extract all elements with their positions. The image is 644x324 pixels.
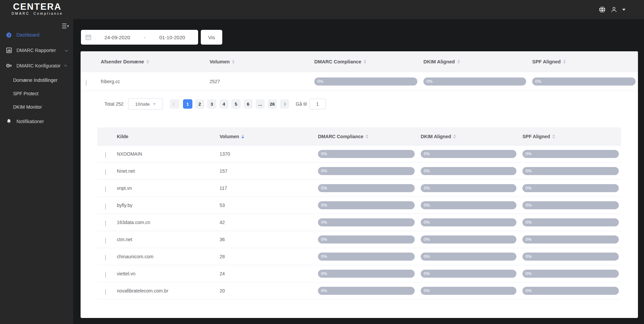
bar-value-label: 0% — [424, 271, 430, 276]
bar-value-label: 0% — [525, 254, 532, 259]
source-table-row[interactable]: NXDOMAIN 1370 0% 0% 0% — [97, 146, 621, 163]
sidebar-item-label: Notifikationer — [16, 119, 44, 124]
column-label: DKIM Aligned — [423, 59, 455, 64]
domain-name: friberg.cc — [101, 79, 120, 84]
prev-page-button[interactable] — [170, 99, 179, 109]
dmarc-compliance-bar: 0% — [318, 287, 415, 295]
volume-cell: 117 — [220, 185, 318, 191]
page-button[interactable]: 26 — [268, 99, 277, 109]
page-button[interactable]: 3 — [207, 99, 217, 109]
page-button[interactable]: 5 — [231, 99, 241, 109]
bar-value-label: 0% — [424, 288, 430, 293]
user-account-icon[interactable] — [611, 6, 617, 13]
column-header-afsender-domaene[interactable]: Afsender Domæne — [81, 59, 210, 64]
dkim-aligned-cell: 0% — [421, 184, 522, 192]
date-range-picker[interactable]: 24-09-2020 - 01-10-2020 — [81, 30, 198, 45]
expand-chevron-icon[interactable] — [105, 238, 106, 243]
next-page-button[interactable] — [280, 99, 289, 109]
spf-aligned-bar: 0% — [522, 270, 619, 278]
expand-chevron-icon[interactable] — [105, 169, 106, 175]
domain-table-row[interactable]: friberg.cc 2527 0% 0% 0% — [81, 72, 638, 91]
column-label: DMARC Compliance — [314, 59, 361, 64]
bar-value-label: 0% — [525, 220, 532, 225]
source-table-row[interactable]: vnpt.vn 117 0% 0% 0% — [97, 180, 621, 197]
vis-button[interactable]: Vis — [201, 30, 222, 45]
source-table-row[interactable]: 163data.com.cn 42 0% 0% 0% — [97, 214, 621, 231]
sort-carets-icon[interactable] — [366, 134, 368, 139]
expand-chevron-icon[interactable] — [105, 255, 106, 260]
column-header-dmarc-compliance[interactable]: DMARC Compliance — [318, 134, 421, 139]
sidebar-item-dmarc-konfigurator[interactable]: ⚙⚙ DMARC Konfigurator — [0, 58, 73, 73]
source-table-row[interactable]: novafibratelecom.com.br 20 0% 0% 0% — [97, 282, 621, 300]
sidebar-item-dmarc-rapporter[interactable]: DMARC Rapporter — [0, 43, 73, 58]
dkim-aligned-cell: 0% — [421, 235, 522, 244]
column-header-volumen[interactable]: Volumen — [220, 134, 318, 139]
spf-aligned-cell: 0% — [522, 184, 621, 192]
sidebar-subitem-dkim-monitor[interactable]: DKIM Monitor — [0, 100, 73, 114]
source-table-row[interactable]: chinaunicom.com 28 0% 0% 0% — [97, 248, 621, 265]
dkim-aligned-bar: 0% — [421, 184, 516, 192]
spf-aligned-bar: 0% — [522, 150, 619, 158]
expand-chevron-icon[interactable] — [105, 221, 106, 226]
page-button[interactable]: 2 — [195, 99, 204, 109]
sidebar-item-notifikationer[interactable]: Notifikationer — [0, 114, 73, 129]
sort-carets-icon[interactable] — [146, 60, 149, 64]
column-header-dmarc-compliance[interactable]: DMARC Compliance — [314, 59, 423, 64]
dmarc-compliance-cell: 0% — [318, 167, 421, 175]
language-globe-icon[interactable] — [599, 6, 606, 13]
sort-carets-icon[interactable] — [563, 60, 566, 64]
spf-aligned-bar: 0% — [522, 253, 619, 261]
column-header-spf-aligned[interactable]: SPF Aligned — [522, 134, 621, 139]
date-end-value[interactable]: 01-10-2020 — [146, 35, 198, 40]
bar-value-label: 0% — [321, 271, 327, 276]
page-button[interactable]: ... — [256, 99, 265, 109]
bar-value-label: 0% — [525, 203, 532, 208]
sidebar-item-label: DMARC Rapporter — [16, 48, 56, 53]
column-label: Volumen — [220, 134, 239, 139]
expand-chevron-icon[interactable] — [105, 289, 106, 294]
sort-carets-icon[interactable] — [552, 134, 555, 139]
expand-chevron-icon[interactable] — [86, 80, 86, 85]
source-name: novafibratelecom.com.br — [117, 288, 168, 293]
sidebar-item-dashboard[interactable]: Dashboard — [0, 27, 73, 43]
page-size-select[interactable]: 10/side — [128, 98, 163, 110]
page-button[interactable]: 1 — [183, 99, 192, 109]
sidebar-subitem-label: DKIM Monitor — [13, 104, 42, 110]
expand-chevron-icon[interactable] — [105, 152, 106, 158]
source-table-row[interactable]: ctm.net 36 0% 0% 0% — [97, 231, 621, 248]
expand-chevron-icon[interactable] — [105, 272, 106, 277]
sort-carets-icon[interactable] — [453, 134, 456, 139]
source-table-row[interactable]: viettel.vn 24 0% 0% 0% — [97, 265, 621, 282]
expand-chevron-icon[interactable] — [105, 186, 106, 192]
chevron-right-icon — [283, 102, 286, 106]
dkim-aligned-bar: 0% — [421, 235, 516, 244]
source-table-row[interactable]: byfly.by 53 0% 0% 0% — [97, 197, 621, 214]
column-header-dkim-aligned[interactable]: DKIM Aligned — [423, 59, 532, 64]
dkim-aligned-bar: 0% — [423, 77, 526, 86]
topbar-actions — [599, 0, 626, 19]
goto-page-input[interactable] — [310, 99, 326, 109]
bar-value-label: 0% — [424, 203, 430, 208]
sort-carets-icon[interactable] — [364, 60, 366, 64]
page-button[interactable]: 6 — [243, 99, 253, 109]
sort-carets-icon-active-desc[interactable] — [241, 134, 244, 139]
column-header-volumen[interactable]: Volumen — [210, 59, 314, 64]
sort-carets-icon[interactable] — [457, 60, 460, 64]
spf-aligned-cell: 0% — [522, 287, 621, 295]
bar-value-label: 0% — [321, 254, 327, 259]
source-table-row[interactable]: hinet.net 157 0% 0% 0% — [97, 163, 621, 180]
sources-table: Kilde Volumen DMARC Compliance DKIM Alig… — [97, 127, 621, 300]
date-start-value[interactable]: 24-09-2020 — [91, 35, 143, 40]
sidebar-subitem-spf-protect[interactable]: SPF Protect — [0, 87, 73, 100]
column-header-spf-aligned[interactable]: SPF Aligned — [532, 59, 638, 64]
dmarc-compliance-bar: 0% — [318, 218, 415, 226]
dkim-aligned-cell: 0% — [421, 253, 522, 261]
dmarc-compliance-cell: 0% — [318, 235, 421, 244]
sort-carets-icon[interactable] — [232, 60, 235, 64]
column-header-dkim-aligned[interactable]: DKIM Aligned — [421, 134, 522, 139]
expand-chevron-icon[interactable] — [105, 204, 106, 209]
user-menu-caret-icon[interactable] — [622, 9, 626, 11]
page-button[interactable]: 4 — [219, 99, 229, 109]
sidebar-subitem-domaene-indstillinger[interactable]: Domæne Indstillinger — [0, 73, 73, 87]
domains-table-header: Afsender Domæne Volumen DMARC Compliance… — [81, 51, 638, 72]
